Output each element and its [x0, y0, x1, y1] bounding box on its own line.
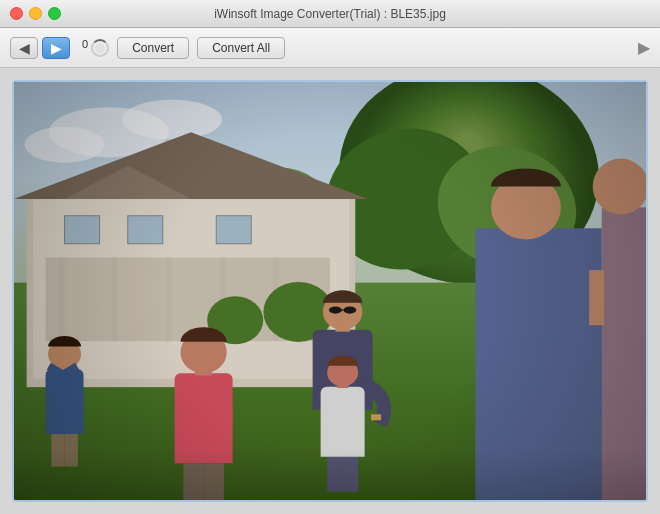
spinner-icon	[91, 39, 109, 57]
forward-button[interactable]: ▶	[42, 37, 70, 59]
convert-button[interactable]: Convert	[117, 37, 189, 59]
photo-scene	[14, 82, 646, 500]
toolbar: ◀ ▶ 0 Convert Convert All ▶	[0, 28, 660, 68]
arrow-right-icon[interactable]: ▶	[638, 38, 650, 57]
window-title: iWinsoft Image Converter(Trial) : BLE35.…	[214, 7, 446, 21]
minimize-button[interactable]	[29, 7, 42, 20]
close-button[interactable]	[10, 7, 23, 20]
image-container	[12, 80, 648, 502]
title-bar: iWinsoft Image Converter(Trial) : BLE35.…	[0, 0, 660, 28]
main-content	[0, 68, 660, 514]
counter-value: 0	[82, 38, 88, 50]
convert-all-button[interactable]: Convert All	[197, 37, 285, 59]
photo-canvas	[14, 82, 646, 500]
nav-buttons: ◀ ▶	[10, 37, 70, 59]
window-controls	[10, 7, 61, 20]
back-button[interactable]: ◀	[10, 37, 38, 59]
counter-area: 0	[82, 39, 109, 57]
maximize-button[interactable]	[48, 7, 61, 20]
